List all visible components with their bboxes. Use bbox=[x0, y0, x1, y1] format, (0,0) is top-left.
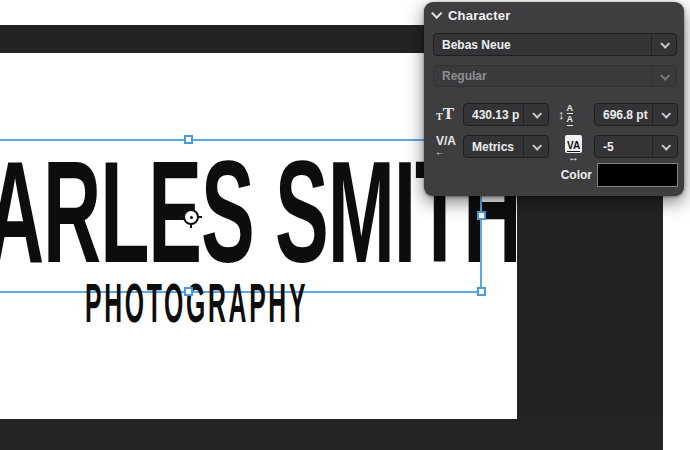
font-family-dropdown[interactable]: Bebas Neue bbox=[433, 33, 677, 56]
kerning-dropdown-button[interactable] bbox=[523, 136, 548, 157]
font-size-value: 430.13 p bbox=[464, 104, 523, 125]
tracking-icon-arrow: ↔ bbox=[568, 153, 579, 162]
color-label: Color bbox=[542, 168, 592, 182]
character-panel-header: Character bbox=[432, 8, 511, 23]
selection-edge-top[interactable] bbox=[0, 139, 482, 141]
app-canvas-view: ARLES SMITH PHOTOGRAPHY Character Bebas … bbox=[0, 0, 690, 450]
chevron-down-icon bbox=[661, 141, 671, 151]
reference-point-dot bbox=[190, 216, 193, 219]
selection-handle-top-center[interactable] bbox=[184, 135, 193, 144]
font-family-dropdown-button[interactable] bbox=[651, 34, 676, 55]
leading-icon-letters: A A bbox=[567, 103, 574, 126]
font-size-icon-big-t: T bbox=[443, 105, 454, 122]
font-style-value: Regular bbox=[434, 66, 651, 86]
leading-icon-arrow: ↕ bbox=[558, 108, 565, 121]
font-size-field[interactable]: 430.13 p bbox=[463, 103, 549, 126]
tracking-dropdown-button[interactable] bbox=[652, 136, 677, 157]
kerning-field[interactable]: Metrics bbox=[463, 135, 549, 158]
kerning-icon-arrow: ← bbox=[435, 147, 456, 157]
character-panel: Character Bebas Neue Regular TT 430.13 p… bbox=[424, 2, 684, 196]
chevron-down-icon bbox=[661, 109, 671, 119]
leading-value: 696.8 pt bbox=[595, 104, 652, 125]
color-swatch[interactable] bbox=[597, 163, 678, 187]
font-size-dropdown-button[interactable] bbox=[523, 104, 548, 125]
tracking-field[interactable]: -5 bbox=[594, 135, 678, 158]
canvas-text-photography[interactable]: PHOTOGRAPHY bbox=[85, 276, 308, 331]
leading-dropdown-button[interactable] bbox=[652, 104, 677, 125]
selection-handle-bottom-center[interactable] bbox=[184, 287, 193, 296]
font-family-value: Bebas Neue bbox=[434, 34, 651, 55]
selection-handle-right-middle[interactable] bbox=[477, 211, 486, 220]
reference-point-icon[interactable] bbox=[180, 206, 202, 228]
leading-icon[interactable]: ↕ A A bbox=[558, 103, 573, 126]
chevron-down-icon bbox=[532, 141, 542, 151]
chevron-down-icon bbox=[660, 39, 670, 49]
chevron-down-icon bbox=[532, 109, 542, 119]
font-size-icon-small-t: T bbox=[436, 112, 443, 122]
artwork-black-bar-bottom bbox=[0, 419, 663, 450]
font-style-dropdown[interactable]: Regular bbox=[433, 65, 677, 87]
font-style-dropdown-button[interactable] bbox=[651, 66, 676, 86]
chevron-down-icon[interactable] bbox=[431, 8, 442, 19]
tracking-icon[interactable]: VA ↔ bbox=[565, 135, 582, 162]
chevron-down-icon bbox=[660, 70, 670, 80]
kerning-value: Metrics bbox=[464, 136, 523, 157]
selection-handle-bottom-right[interactable] bbox=[477, 287, 486, 296]
tracking-value: -5 bbox=[595, 136, 652, 157]
panel-title: Character bbox=[448, 8, 511, 23]
kerning-icon[interactable]: V/A ← bbox=[436, 135, 456, 157]
leading-field[interactable]: 696.8 pt bbox=[594, 103, 678, 126]
font-size-icon[interactable]: TT bbox=[436, 105, 454, 122]
